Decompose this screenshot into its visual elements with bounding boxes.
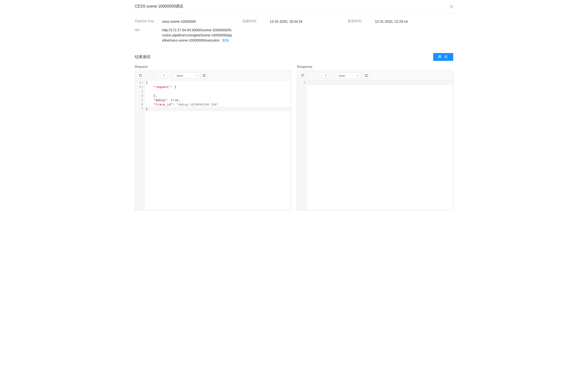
- editor-toolbar: ! Json▾: [135, 71, 291, 80]
- api-url-text: http://172.27.64.50:30000/scene-10000000…: [162, 28, 232, 42]
- code-area[interactable]: 1▼2▼34567 { "request": { }, "debug": tru…: [135, 80, 291, 210]
- panel-label: Response: [297, 65, 453, 69]
- line-number: 5: [135, 98, 145, 102]
- code-line[interactable]: }: [145, 107, 291, 111]
- expand-icon[interactable]: [313, 72, 320, 79]
- svg-rect-1: [140, 75, 142, 77]
- info-value: http://172.27.64.50:30000/scene-10000000…: [162, 28, 233, 43]
- code-area[interactable]: 1: [297, 80, 453, 210]
- format-select-value: Json: [338, 74, 345, 77]
- info-grid: Pipeline Key: cess-scene-10000000 创建时间: …: [135, 19, 453, 43]
- info-value: 12-31-2020, 22:20:14: [375, 19, 408, 24]
- code-lines[interactable]: { "request": { }, "debug": true, "trace_…: [145, 80, 291, 210]
- format-select[interactable]: Json▾: [336, 72, 360, 79]
- code-line[interactable]: [307, 80, 453, 85]
- line-number: 7: [135, 107, 145, 111]
- line-number: 3: [135, 89, 145, 94]
- toolbar-separator: [171, 73, 171, 78]
- info-value: cess-scene-10000000: [162, 19, 196, 24]
- code-line[interactable]: "request": {: [145, 85, 291, 89]
- chevron-down-icon: ▾: [195, 74, 196, 77]
- section-title: 结果测试: [135, 55, 150, 60]
- gutter: 1▼2▼34567: [135, 80, 145, 210]
- format-icon[interactable]: [201, 72, 208, 79]
- fold-icon[interactable]: ▼: [142, 85, 143, 89]
- chevron-down-icon: ▾: [357, 74, 358, 77]
- copy-link[interactable]: 复制: [222, 38, 229, 42]
- close-icon[interactable]: [450, 5, 453, 8]
- code-line[interactable]: "debug": true,: [145, 98, 291, 102]
- info-pipeline-key: Pipeline Key: cess-scene-10000000: [135, 19, 242, 24]
- format-select[interactable]: Json▾: [174, 72, 198, 79]
- debug-modal: CESS scene 10000000调试 Pipeline Key: cess…: [129, 0, 459, 216]
- code-line[interactable]: "trace_id": "debug-1610004194-264": [145, 102, 291, 107]
- info-label: Pipeline Key:: [135, 19, 162, 23]
- code-line[interactable]: },: [145, 94, 291, 98]
- info-value: 12-31-2020, 18:34:24: [270, 19, 302, 24]
- line-number: 6: [135, 102, 145, 107]
- info-api: api: http://172.27.64.50:30000/scene-100…: [135, 28, 453, 43]
- code-line[interactable]: {: [145, 80, 291, 85]
- section-header: 结果测试 调 试: [135, 53, 453, 61]
- code-lines[interactable]: [307, 80, 453, 210]
- line-number: 1: [297, 80, 307, 85]
- info-label: 创建时间:: [242, 19, 270, 24]
- toolbar-separator: [333, 73, 333, 78]
- request-panel: Request ! Json▾ 1▼2▼34567 { "request": {: [135, 65, 291, 210]
- fold-icon[interactable]: ▼: [142, 80, 143, 85]
- modal-body: Pipeline Key: cess-scene-10000000 创建时间: …: [129, 13, 459, 216]
- format-select-value: Json: [176, 74, 183, 77]
- line-number: 4: [135, 94, 145, 98]
- request-editor: ! Json▾ 1▼2▼34567 { "request": { }, "deb…: [135, 71, 291, 210]
- line-number: 1▼: [135, 80, 145, 85]
- code-line[interactable]: [145, 89, 291, 94]
- panel-label: Request: [135, 65, 291, 69]
- copy-icon[interactable]: [137, 72, 144, 79]
- response-editor: ! Json▾ 1: [297, 71, 453, 210]
- expand-icon[interactable]: [150, 72, 158, 79]
- warning-icon[interactable]: !: [322, 72, 330, 79]
- toolbar-separator: [309, 73, 310, 78]
- divider: [135, 48, 453, 48]
- modal-title: CESS scene 10000000调试: [135, 4, 183, 9]
- info-label: api:: [135, 28, 162, 32]
- line-number: 2▼: [135, 85, 145, 89]
- warning-icon[interactable]: !: [160, 72, 168, 79]
- svg-rect-3: [302, 75, 304, 77]
- editor-toolbar: ! Json▾: [297, 71, 453, 80]
- response-panel: Response ! Json▾ 1: [297, 65, 453, 210]
- debug-button[interactable]: 调 试: [433, 53, 453, 61]
- info-created: 创建时间: 12-31-2020, 18:34:24: [242, 19, 348, 24]
- copy-icon[interactable]: [299, 72, 306, 79]
- info-updated: 更新时间: 12-31-2020, 22:20:14: [348, 19, 453, 24]
- panels: Request ! Json▾ 1▼2▼34567 { "request": {: [135, 65, 453, 210]
- gutter: 1: [297, 80, 307, 210]
- toolbar-separator: [147, 73, 147, 78]
- format-icon[interactable]: [363, 72, 370, 79]
- modal-header: CESS scene 10000000调试: [129, 0, 459, 13]
- info-label: 更新时间:: [348, 19, 375, 24]
